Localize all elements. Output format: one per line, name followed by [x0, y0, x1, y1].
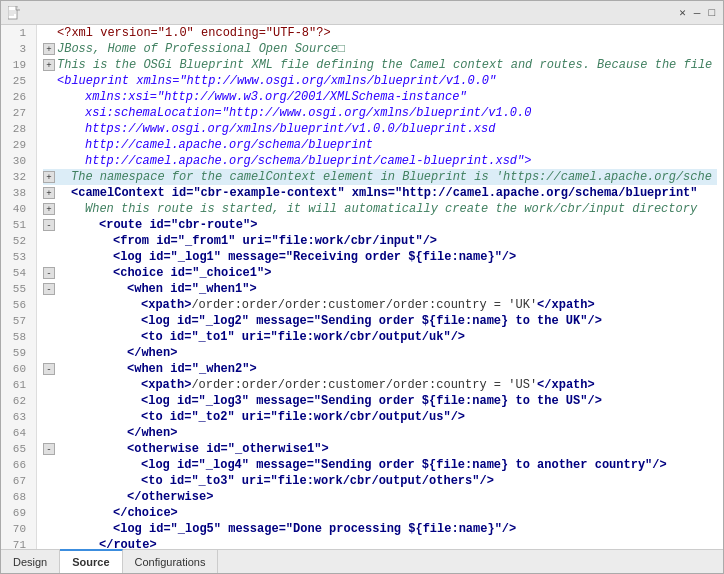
- line-content: <log id="_log5" message="Done processing…: [113, 521, 516, 537]
- close-tab-icon[interactable]: ✕: [677, 6, 688, 19]
- line-number: 53: [7, 249, 30, 265]
- code-line: <to id="_to2" uri="file:work/cbr/output/…: [43, 409, 717, 425]
- maximize-icon[interactable]: □: [706, 7, 717, 19]
- line-number: 68: [7, 489, 30, 505]
- code-line: <from id="_from1" uri="file:work/cbr/inp…: [43, 233, 717, 249]
- line-number: 28: [7, 121, 30, 137]
- line-content: </when>: [127, 425, 177, 441]
- toggle-button[interactable]: +: [43, 43, 55, 55]
- code-line: -<choice id="_choice1">: [43, 265, 717, 281]
- line-content: <?xml version="1.0" encoding="UTF-8"?>: [57, 25, 331, 41]
- line-number: 60: [7, 361, 30, 377]
- tab-configurations[interactable]: Configurations: [123, 550, 219, 573]
- line-number: 3: [7, 41, 30, 57]
- code-line: -<otherwise id="_otherwise1">: [43, 441, 717, 457]
- line-number: 57: [7, 313, 30, 329]
- code-line: + When this route is started, it will au…: [43, 201, 717, 217]
- line-number: 69: [7, 505, 30, 521]
- line-number: 56: [7, 297, 30, 313]
- toggle-button[interactable]: +: [43, 59, 55, 71]
- toggle-button[interactable]: +: [43, 187, 55, 199]
- line-content: <choice id="_choice1">: [113, 265, 271, 281]
- line-content: <log id="_log4" message="Sending order $…: [141, 457, 667, 473]
- line-content: https://www.osgi.org/xmlns/blueprint/v1.…: [85, 121, 495, 137]
- code-line: <xpath>/order:order/order:customer/order…: [43, 297, 717, 313]
- line-number: 54: [7, 265, 30, 281]
- code-line: <to id="_to3" uri="file:work/cbr/output/…: [43, 473, 717, 489]
- code-line: -<route id="cbr-route">: [43, 217, 717, 233]
- line-number: 32: [7, 169, 30, 185]
- code-line: </otherwise>: [43, 489, 717, 505]
- line-number: 19: [7, 57, 30, 73]
- code-line: </route>: [43, 537, 717, 549]
- code-line: <log id="_log3" message="Sending order $…: [43, 393, 717, 409]
- line-content: http://camel.apache.org/schema/blueprint…: [85, 153, 531, 169]
- tab-design[interactable]: Design: [1, 550, 60, 573]
- title-bar: ✕ — □: [1, 1, 723, 25]
- line-content: <from id="_from1" uri="file:work/cbr/inp…: [113, 233, 437, 249]
- line-content: </route>: [99, 537, 157, 549]
- toggle-button[interactable]: -: [43, 363, 55, 375]
- code-line: -<when id="_when2">: [43, 361, 717, 377]
- line-number: 27: [7, 105, 30, 121]
- line-number: 51: [7, 217, 30, 233]
- line-number: 30: [7, 153, 30, 169]
- toggle-button[interactable]: -: [43, 283, 55, 295]
- code-line: -<when id="_when1">: [43, 281, 717, 297]
- line-content: <camelContext id="cbr-example-context" x…: [71, 185, 698, 201]
- code-line: <log id="_log2" message="Sending order $…: [43, 313, 717, 329]
- line-number: 40: [7, 201, 30, 217]
- line-content: xmlns:xsi="http://www.w3.org/2001/XMLSch…: [85, 89, 467, 105]
- line-number: 59: [7, 345, 30, 361]
- toggle-button[interactable]: -: [43, 267, 55, 279]
- toggle-button[interactable]: +: [43, 171, 55, 183]
- code-line: https://www.osgi.org/xmlns/blueprint/v1.…: [43, 121, 717, 137]
- line-content: JBoss, Home of Professional Open Source□: [57, 41, 345, 57]
- code-container[interactable]: 1319252627282930323840515253545556575859…: [1, 25, 723, 549]
- line-content: <to id="_to1" uri="file:work/cbr/output/…: [141, 329, 465, 345]
- line-content: This is the OSGi Blueprint XML file defi…: [57, 57, 712, 73]
- toggle-button[interactable]: -: [43, 219, 55, 231]
- code-content[interactable]: <?xml version="1.0" encoding="UTF-8"?>+ …: [37, 25, 723, 549]
- line-content: <to id="_to3" uri="file:work/cbr/output/…: [141, 473, 494, 489]
- line-content: </when>: [127, 345, 177, 361]
- line-content: </otherwise>: [127, 489, 213, 505]
- minimize-icon[interactable]: —: [692, 7, 703, 19]
- tab-source[interactable]: Source: [60, 549, 122, 573]
- line-numbers: 1319252627282930323840515253545556575859…: [1, 25, 37, 549]
- toggle-button[interactable]: +: [43, 203, 55, 215]
- code-line: http://camel.apache.org/schema/blueprint…: [43, 153, 717, 169]
- code-line: </when>: [43, 425, 717, 441]
- line-number: 55: [7, 281, 30, 297]
- line-number: 25: [7, 73, 30, 89]
- line-content: <when id="_when1">: [127, 281, 257, 297]
- bottom-tabs: Design Source Configurations: [1, 549, 723, 573]
- toggle-button[interactable]: -: [43, 443, 55, 455]
- line-number: 64: [7, 425, 30, 441]
- line-number: 26: [7, 89, 30, 105]
- line-content: <blueprint xmlns="http://www.osgi.org/xm…: [57, 73, 496, 89]
- line-number: 29: [7, 137, 30, 153]
- file-icon: [7, 6, 21, 20]
- code-line: + JBoss, Home of Professional Open Sourc…: [43, 41, 717, 57]
- line-content: <when id="_when2">: [127, 361, 257, 377]
- code-line: <log id="_log1" message="Receiving order…: [43, 249, 717, 265]
- window-controls: ✕ — □: [677, 6, 717, 19]
- line-number: 38: [7, 185, 30, 201]
- line-content: </choice>: [113, 505, 178, 521]
- line-number: 67: [7, 473, 30, 489]
- line-content: <log id="_log2" message="Sending order $…: [141, 313, 602, 329]
- code-line: + The namespace for the camelContext ele…: [43, 169, 717, 185]
- line-content: <xpath>/order:order/order:customer/order…: [141, 297, 595, 313]
- line-content: <otherwise id="_otherwise1">: [127, 441, 329, 457]
- line-number: 66: [7, 457, 30, 473]
- code-line: <to id="_to1" uri="file:work/cbr/output/…: [43, 329, 717, 345]
- code-line: </choice>: [43, 505, 717, 521]
- code-line: <?xml version="1.0" encoding="UTF-8"?>: [43, 25, 717, 41]
- line-number: 61: [7, 377, 30, 393]
- code-line: </when>: [43, 345, 717, 361]
- line-number: 58: [7, 329, 30, 345]
- line-number: 71: [7, 537, 30, 549]
- line-number: 70: [7, 521, 30, 537]
- code-line: <blueprint xmlns="http://www.osgi.org/xm…: [43, 73, 717, 89]
